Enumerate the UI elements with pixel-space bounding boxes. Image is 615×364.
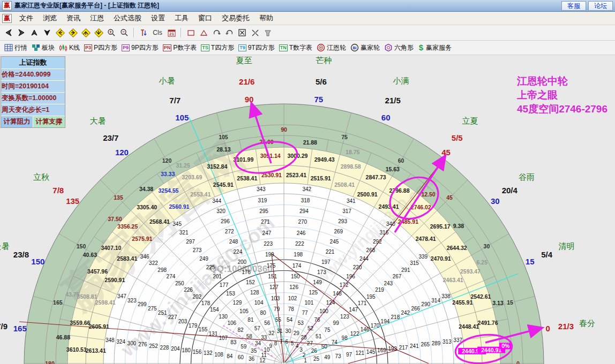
nav-up-icon[interactable]	[28, 27, 41, 39]
integer-cell: 241	[410, 343, 419, 349]
calc-support-button[interactable]: 计算支撑	[33, 116, 65, 127]
rot-ccw-icon[interactable]	[223, 27, 236, 39]
tool-T数字表[interactable]: TNT数字表	[279, 43, 312, 52]
close-box-icon[interactable]	[236, 27, 249, 39]
coarse-price-cell: 3457.96	[87, 268, 108, 275]
integer-cell: 275	[148, 306, 157, 312]
sky-degree-label: 135	[66, 196, 79, 206]
menu-设置[interactable]: 设置	[146, 12, 170, 24]
integer-cell: 242	[401, 310, 410, 316]
integer-cell: 344	[212, 198, 221, 204]
tool-T四方形[interactable]: TST四方形	[201, 43, 234, 52]
integer-cell: 107	[219, 335, 228, 341]
integer-cell: 221	[326, 249, 335, 255]
tool-行情[interactable]: 行情	[4, 43, 27, 52]
integer-cell: 4	[296, 343, 299, 349]
tool-六角形[interactable]: 六角形	[384, 43, 414, 52]
integer-cell: 56	[264, 320, 271, 326]
tool-P四方形[interactable]: P3P四方形	[84, 43, 117, 52]
menu-浏览[interactable]: 浏览	[38, 12, 62, 24]
toolbar-separator	[181, 28, 182, 37]
solar-term-label: 大暑	[89, 116, 106, 125]
trash-icon[interactable]	[261, 27, 274, 39]
integer-cell: 290	[421, 301, 430, 307]
tri-tool-icon[interactable]	[197, 27, 210, 39]
menu-江恩[interactable]: 江恩	[85, 12, 109, 24]
integer-cell: 222	[295, 241, 304, 247]
integer-cell: 194	[381, 318, 390, 324]
dia-right-icon[interactable]	[66, 27, 79, 39]
integer-cell: 106	[227, 320, 236, 326]
integer-cell: 172	[340, 282, 349, 288]
integer-cell: 128	[250, 290, 259, 295]
integer-cell: 99	[333, 320, 340, 326]
zoom-out-icon[interactable]	[118, 27, 131, 39]
integer-cell: 321	[179, 230, 189, 236]
integer-cell: 247	[262, 230, 272, 236]
t-arrow-icon[interactable]	[137, 27, 150, 39]
integer-cell: 174	[292, 263, 302, 269]
menu-帮助[interactable]: 帮助	[254, 12, 278, 24]
tool-9T四方形[interactable]: T99T四方形	[238, 43, 275, 52]
dia-up-icon[interactable]	[79, 27, 92, 39]
fine-price-cell: 2493.41	[379, 203, 399, 210]
integer-cell: 83	[230, 339, 237, 345]
integer-cell: 298	[158, 267, 167, 273]
integer-cell: 314	[431, 298, 440, 304]
menu-公式选股[interactable]: 公式选股	[109, 12, 146, 24]
integer-cell: 147	[349, 307, 358, 313]
menu-文件[interactable]: 文件	[14, 12, 38, 24]
titlebar-button-forum[interactable]: 论坛	[588, 1, 613, 11]
cls-icon[interactable]: Cls	[150, 27, 165, 39]
tool-板块[interactable]: 板块	[32, 43, 55, 52]
integer-cell: 101	[305, 300, 314, 306]
integer-cell: 124	[326, 300, 335, 306]
gods-eye-annotation: 江恩轮中轮上帝之眼45度空间2746-2796	[517, 74, 608, 116]
tool-赢家轮[interactable]: Bi赢家轮	[350, 43, 380, 52]
fine-price-cell: 2590.91	[104, 277, 125, 283]
tool-赢家服务[interactable]: $赢家服务	[418, 43, 452, 52]
dia-left-icon[interactable]	[54, 27, 66, 39]
integer-cell: 49	[324, 354, 331, 360]
integer-cell: 204	[171, 346, 180, 352]
integer-cell: 35	[251, 348, 257, 354]
integer-cell: 2	[303, 352, 306, 358]
percent-cell: 3.13	[492, 300, 504, 306]
tool-9P四方形[interactable]: P99P四方形	[122, 43, 159, 52]
date-label: 21/5	[385, 96, 401, 105]
nav-left-icon[interactable]	[2, 27, 15, 39]
fine-price-cell: 2470.91	[431, 255, 451, 262]
percent-cell: 15.63	[386, 166, 400, 172]
menu-工具[interactable]: 工具	[170, 12, 193, 24]
coarse-price-cell: 3610.51	[66, 346, 87, 353]
menu-资讯[interactable]: 资讯	[62, 12, 85, 24]
calc-resistance-button[interactable]: 计算阻力	[1, 116, 33, 127]
sky-degree-label: 0	[546, 324, 550, 333]
tool-K线[interactable]: K线	[59, 43, 80, 52]
menu-交易委托[interactable]: 交易委托	[217, 12, 254, 24]
rot-cw-icon[interactable]	[210, 27, 223, 39]
nav-down-icon[interactable]	[41, 27, 54, 39]
integer-cell: 345	[172, 221, 182, 227]
integer-cell: 104	[254, 300, 264, 306]
tool-P数字表[interactable]: PNP数字表	[163, 43, 197, 52]
dia-down-icon[interactable]	[92, 27, 105, 39]
calendar-icon[interactable]: 21	[165, 27, 178, 39]
coarse-price-cell: 3051.14	[260, 153, 281, 159]
coarse-price-cell: 2949.43	[314, 156, 335, 163]
rect-tool-icon[interactable]	[184, 27, 197, 39]
nav-right-icon[interactable]	[15, 27, 28, 39]
integer-cell: 25	[313, 356, 320, 362]
sky-degree-label: 60	[381, 113, 391, 122]
menu-窗口[interactable]: 窗口	[193, 12, 217, 24]
integer-cell: 318	[301, 198, 310, 203]
titlebar-button-service[interactable]: 客服	[561, 1, 586, 11]
integer-cell: 57	[254, 325, 261, 331]
integer-cell: 289	[432, 340, 441, 346]
integer-cell: 319	[258, 198, 267, 203]
tool-江恩轮[interactable]: 江恩轮	[317, 43, 346, 52]
integer-cell: 228	[160, 345, 169, 351]
crosshair-icon[interactable]	[249, 27, 261, 39]
zoom-in-icon[interactable]	[105, 27, 118, 39]
date-label: 7/9	[0, 322, 8, 331]
